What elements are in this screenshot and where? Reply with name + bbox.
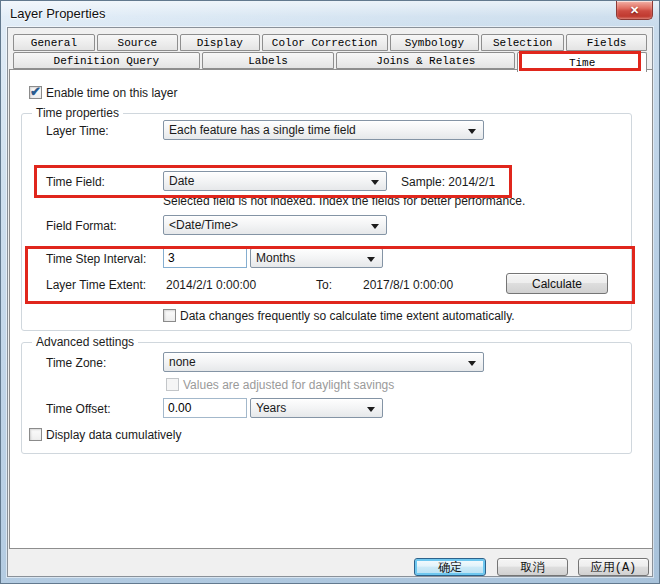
time-offset-label: Time Offset: [46, 402, 111, 416]
field-format-label: Field Format: [46, 219, 117, 233]
time-step-input[interactable] [163, 248, 247, 268]
tab-source[interactable]: Source [97, 34, 178, 51]
daylight-label: Values are adjusted for daylight savings [183, 378, 394, 392]
layer-properties-dialog: Layer Properties ✕ General Source Displa… [0, 0, 660, 584]
tab-labels[interactable]: Labels [202, 52, 335, 69]
time-zone-dropdown[interactable]: none [163, 352, 484, 372]
tab-selection[interactable]: Selection [481, 34, 564, 51]
extent-to-label: To: [316, 278, 332, 292]
index-warning-text: Selected field is not indexed. Index the… [163, 194, 525, 208]
tab-symbology[interactable]: Symbology [390, 34, 480, 51]
enable-time-label: Enable time on this layer [46, 86, 177, 100]
extent-to-value: 2017/8/1 0:00:00 [363, 278, 453, 292]
window-title: Layer Properties [10, 6, 105, 21]
tab-joins-relates[interactable]: Joins & Relates [336, 52, 515, 69]
tab-color-correction[interactable]: Color Correction [262, 34, 388, 51]
apply-button[interactable]: 应用(A) [578, 558, 649, 576]
advanced-settings-title: Advanced settings [32, 335, 138, 349]
cumulative-checkbox[interactable] [29, 428, 42, 441]
time-field-dropdown[interactable]: Date [163, 171, 387, 191]
tab-definition-query[interactable]: Definition Query [13, 52, 200, 69]
ok-button[interactable]: 确定 [414, 558, 486, 576]
tab-row-1: General Source Display Color Correction … [13, 34, 647, 51]
chevron-down-icon [367, 257, 375, 262]
auto-calc-label: Data changes frequently so calculate tim… [180, 309, 515, 323]
time-offset-input[interactable] [163, 398, 247, 418]
layer-time-label: Layer Time: [46, 124, 109, 138]
calculate-button[interactable]: Calculate [506, 273, 608, 294]
time-field-label: Time Field: [46, 175, 105, 189]
tab-time[interactable]: Time [517, 52, 647, 72]
tab-display[interactable]: Display [180, 34, 260, 51]
chevron-down-icon [371, 224, 379, 229]
chevron-down-icon [367, 407, 375, 412]
chevron-down-icon [468, 361, 476, 366]
sample-value: Sample: 2014/2/1 [401, 175, 495, 189]
chevron-down-icon [371, 180, 379, 185]
cancel-button[interactable]: 取消 [497, 558, 568, 576]
auto-calc-checkbox[interactable] [163, 309, 176, 322]
layer-time-dropdown[interactable]: Each feature has a single time field [163, 120, 484, 140]
time-step-unit-dropdown[interactable]: Months [250, 248, 383, 268]
check-icon: ✔ [30, 84, 41, 99]
extent-from-value: 2014/2/1 0:00:00 [166, 278, 256, 292]
extent-label: Layer Time Extent: [46, 278, 146, 292]
field-format-dropdown[interactable]: <Date/Time> [163, 215, 387, 235]
chevron-down-icon [468, 129, 476, 134]
close-icon: ✕ [630, 5, 639, 16]
daylight-checkbox [166, 378, 179, 391]
tab-general[interactable]: General [13, 34, 95, 51]
time-properties-title: Time properties [32, 106, 123, 120]
enable-time-checkbox[interactable]: ✔ [29, 86, 42, 99]
tab-fields[interactable]: Fields [566, 34, 647, 51]
time-zone-label: Time Zone: [46, 356, 106, 370]
cumulative-label: Display data cumulatively [46, 428, 181, 442]
time-step-label: Time Step Interval: [46, 252, 146, 266]
time-offset-unit-dropdown[interactable]: Years [250, 398, 383, 418]
close-button[interactable]: ✕ [616, 1, 653, 20]
